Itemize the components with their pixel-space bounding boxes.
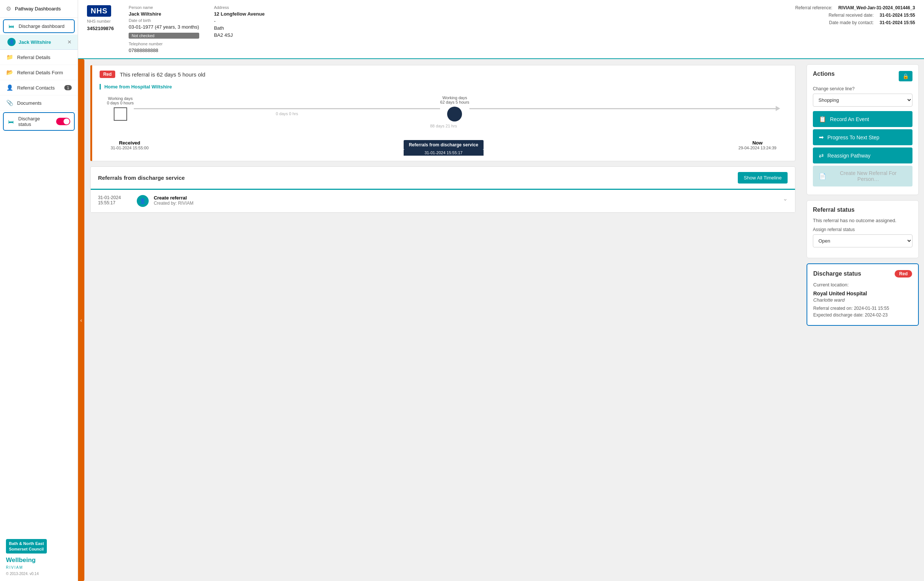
sidebar-pathway-label: Pathway Dashboards: [15, 6, 61, 12]
nhs-logo: NHS: [87, 5, 111, 17]
version-text: © 2013-2024. v0.14: [6, 572, 72, 576]
address-postcode: BA2 4SJ: [214, 32, 265, 38]
ref-reference-value: RIVIAM_Wed-Jan-31-2024_001446_3: [838, 5, 915, 10]
sidebar-item-documents[interactable]: 📎 Documents: [0, 95, 78, 111]
patient-tab-label: Jack Wiltshire: [18, 40, 51, 45]
age-banner: Red This referral is 62 days 5 hours old…: [90, 65, 795, 161]
event-chevron-icon[interactable]: ⌄: [783, 195, 788, 202]
collapse-panel-button[interactable]: ‹: [78, 59, 84, 581]
event-content: Create referral Created by: RIVIAM: [154, 195, 777, 206]
wellbeing-logo: Wellbeing: [6, 556, 72, 564]
sidebar-item-discharge-status[interactable]: 🛏 Discharge status: [3, 112, 75, 131]
discharge-card-header: Discharge status Red: [813, 270, 912, 278]
discharge-red-badge: Red: [894, 270, 912, 278]
body-area: ‹ Red This referral is 62 days 5 hours o…: [78, 59, 924, 581]
paperclip-icon: 📎: [6, 100, 13, 106]
right-panel: Actions 🔒 Change service line? Shopping …: [801, 59, 924, 581]
ref-received-label: Referral received date:: [828, 13, 873, 18]
record-event-label: Record An Event: [830, 116, 869, 122]
tl-current-node: [447, 107, 462, 122]
discharge-status-title: Discharge status: [813, 270, 861, 277]
progress-next-button[interactable]: ➡ Progress To Next Step: [813, 129, 912, 145]
create-referral-icon: 📄: [819, 173, 826, 180]
event-sub: Created by: RIVIAM: [154, 201, 777, 206]
tl-event-label: Referrals from discharge service: [404, 140, 483, 150]
sidebar-pathway-header[interactable]: ⚙ Pathway Dashboards: [0, 0, 78, 18]
discharge-toggle[interactable]: [56, 118, 70, 125]
record-event-button[interactable]: 📋 Record An Event: [813, 111, 912, 127]
tl-left-days-label: Working days 0 days 0 hours: [107, 96, 134, 105]
event-date: 31-01-2024 15:55:17: [98, 195, 132, 206]
referral-status-select[interactable]: Open: [813, 234, 912, 247]
main-content: NHS NHS number 3452109876 Person name Ja…: [78, 0, 924, 581]
expected-discharge-detail: Expected discharge date: 2024-02-23: [813, 313, 912, 318]
not-checked-badge: Not checked: [129, 33, 199, 39]
sidebar-item-referral-details[interactable]: 📁 Referral Details: [0, 50, 78, 65]
address-label: Address: [214, 5, 265, 10]
reassign-icon: ⇄: [819, 152, 823, 159]
council-badge: Bath & North EastSomerset Council: [6, 539, 47, 553]
create-referral-label: Create New Referral For Person…: [830, 170, 906, 182]
tl-start-node: [114, 107, 127, 121]
record-event-icon: 📋: [819, 115, 826, 123]
referrals-header: Referrals from discharge service Show Al…: [91, 167, 795, 190]
sidebar-item-referral-details-form[interactable]: 📂 Referral Details Form: [0, 65, 78, 80]
tl-right-bottom-label: 88 days 21 hrs: [430, 124, 457, 128]
tl-received: Received 31-01-2024 15:55:00: [111, 140, 148, 156]
gear-icon: ⚙: [6, 5, 11, 12]
sidebar: ⚙ Pathway Dashboards 🛏 Discharge dashboa…: [0, 0, 78, 581]
sidebar-referral-form-label: Referral Details Form: [17, 70, 63, 76]
reassign-label: Reassign Pathway: [827, 153, 871, 159]
referral-refs: Referral reference: RIVIAM_Wed-Jan-31-20…: [795, 5, 915, 25]
service-line-label: Change service line?: [813, 86, 912, 91]
telephone-label: Telephone number: [129, 41, 199, 46]
wellbeing-sub: RIVIAM: [6, 565, 72, 569]
progress-next-label: Progress To Next Step: [827, 135, 879, 140]
sidebar-documents-label: Documents: [17, 100, 41, 106]
sidebar-item-referral-contacts[interactable]: 👤 Referral Contacts 1: [0, 80, 78, 95]
tl-event: Referrals from discharge service 31-01-2…: [404, 140, 483, 156]
show-all-timeline-button[interactable]: Show All Timeline: [738, 172, 788, 184]
referrals-section: Referrals from discharge service Show Al…: [90, 166, 795, 213]
service-line-select[interactable]: Shopping: [813, 94, 912, 107]
folder-open-icon: 📂: [6, 69, 13, 76]
address-city: Bath: [214, 25, 265, 31]
progress-icon: ➡: [819, 134, 823, 141]
close-tab-button[interactable]: ✕: [67, 39, 72, 45]
patient-icon: 👤: [7, 38, 16, 46]
address-line1: 12 Longfellow Avenue: [214, 11, 265, 17]
location-name: Royal United Hospital: [813, 291, 912, 296]
tl-left-line: 0 days 0 hrs: [134, 108, 440, 109]
actions-card: Actions 🔒 Change service line? Shopping …: [807, 64, 919, 195]
telephone-value: 07888888888: [129, 48, 199, 53]
no-outcome-text: This referral has no outcome assigned.: [813, 218, 912, 223]
folder-icon: 📁: [6, 54, 13, 61]
tl-left-bottom-label: 0 days 0 hrs: [276, 112, 298, 116]
timeline-dates: Received 31-01-2024 15:55:00 Referrals f…: [111, 140, 776, 156]
center-panel: Red This referral is 62 days 5 hours old…: [84, 59, 801, 581]
create-referral-button[interactable]: 📄 Create New Referral For Person…: [813, 166, 912, 186]
reassign-pathway-button[interactable]: ⇄ Reassign Pathway: [813, 148, 912, 163]
current-location-label: Current location:: [813, 282, 912, 288]
location-ward: Charlotte ward: [813, 297, 912, 303]
nhs-number-value: 3452109876: [87, 26, 114, 31]
tl-received-label: Received: [111, 140, 148, 146]
sidebar-item-discharge-dashboard[interactable]: 🛏 Discharge dashboard: [3, 19, 75, 33]
event-icon: 👤: [137, 195, 148, 207]
contacts-icon: 👤: [6, 84, 13, 91]
referrals-title: Referrals from discharge service: [98, 174, 185, 181]
tl-now-label: Now: [739, 140, 776, 146]
person-name-label: Person name: [129, 5, 199, 10]
sidebar-contacts-label: Referral Contacts: [17, 85, 54, 91]
tl-now: Now 29-04-2024 13:24:39: [739, 140, 776, 156]
referral-status-title: Referral status: [813, 207, 912, 213]
age-text: This referral is 62 days 5 hours old: [120, 71, 205, 77]
lock-button[interactable]: 🔒: [899, 71, 912, 81]
patient-tab[interactable]: 👤 Jack Wiltshire ✕: [0, 35, 78, 50]
ref-reference-label: Referral reference:: [795, 5, 832, 10]
address-line2: -: [214, 18, 265, 24]
discharge-status-icon: 🛏: [7, 119, 15, 125]
dob-value: 03-01-1977 (47 years, 3 months): [129, 24, 199, 30]
actions-title: Actions: [813, 71, 835, 77]
tl-end-arrow: [776, 106, 780, 111]
